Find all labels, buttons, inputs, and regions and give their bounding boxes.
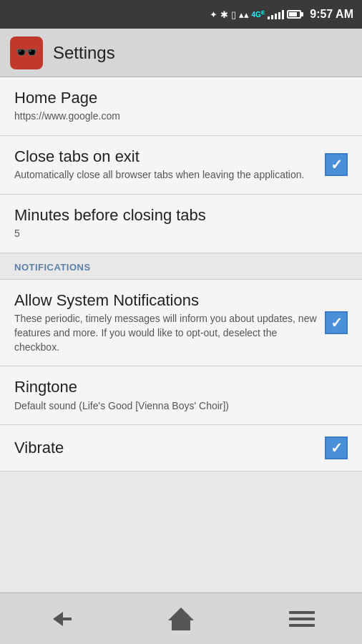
- home-button[interactable]: [160, 603, 202, 635]
- setting-allow-notifications[interactable]: Allow System Notifications These periodi…: [0, 280, 362, 366]
- allow-notifications-checkbox[interactable]: ✓: [325, 311, 348, 334]
- menu-button[interactable]: [280, 603, 323, 635]
- menu-line-1: [289, 611, 315, 614]
- menu-line-3: [289, 624, 315, 627]
- setting-close-tabs-title: Close tabs on exit: [14, 147, 318, 166]
- app-icon-image: 🕶️: [15, 42, 38, 64]
- network-icon: 4GE: [252, 9, 265, 19]
- notifications-header-text: NOTIFICATIONS: [14, 262, 91, 273]
- app-header: 🕶️ Settings: [0, 29, 362, 77]
- setting-allow-notifications-title: Allow System Notifications: [14, 291, 318, 310]
- vibrate-checkmark: ✓: [331, 441, 343, 455]
- setting-vibrate-title: Vibrate: [14, 439, 318, 457]
- notifications-section-header: NOTIFICATIONS: [0, 253, 362, 280]
- setting-minutes-tabs-text: Minutes before closing tabs 5: [14, 206, 348, 241]
- setting-minutes-tabs[interactable]: Minutes before closing tabs 5: [0, 195, 362, 253]
- setting-allow-notifications-text: Allow System Notifications These periodi…: [14, 291, 325, 354]
- bottom-nav: [0, 592, 362, 644]
- setting-close-tabs-text: Close tabs on exit Automatically close a…: [14, 147, 325, 182]
- wifi-icon: ▴▴: [239, 9, 249, 20]
- setting-allow-notifications-subtitle: These periodic, timely messages will inf…: [14, 312, 318, 354]
- settings-content: Home Page https://www.google.com Close t…: [0, 77, 362, 472]
- setting-ringtone-text: Ringtone Default sound (Life's Good [Vie…: [14, 378, 348, 413]
- setting-home-page-title: Home Page: [14, 89, 341, 107]
- setting-close-tabs[interactable]: Close tabs on exit Automatically close a…: [0, 136, 362, 195]
- setting-minutes-tabs-title: Minutes before closing tabs: [14, 206, 341, 225]
- vibrate-checkbox[interactable]: ✓: [325, 436, 348, 459]
- setting-vibrate-text: Vibrate: [14, 439, 325, 457]
- setting-home-page-text: Home Page https://www.google.com: [14, 89, 348, 124]
- setting-close-tabs-subtitle: Automatically close all browser tabs whe…: [14, 168, 318, 182]
- bluetooth-icon: ✱: [220, 9, 228, 20]
- status-bar: ✦ ✱ ▯ ▴▴ 4GE 9:57 AM: [0, 0, 362, 29]
- setting-vibrate[interactable]: Vibrate ✓: [0, 425, 362, 472]
- status-icons: ✦ ✱ ▯ ▴▴ 4GE 9:57 AM: [210, 8, 353, 21]
- menu-icon: [289, 611, 315, 627]
- app-title: Settings: [53, 43, 115, 63]
- back-button[interactable]: [39, 603, 82, 635]
- app-icon: 🕶️: [10, 36, 43, 69]
- sim-icon: ▯: [231, 9, 236, 20]
- setting-ringtone-title: Ringtone: [14, 378, 341, 396]
- setting-ringtone-subtitle: Default sound (Life's Good [Vienna Boys'…: [14, 399, 341, 414]
- close-tabs-checkmark: ✓: [331, 157, 343, 172]
- signal-icon: [268, 9, 284, 19]
- setting-home-page[interactable]: Home Page https://www.google.com: [0, 77, 362, 136]
- menu-line-2: [289, 618, 315, 620]
- status-time: 9:57 AM: [310, 8, 353, 21]
- setting-home-page-subtitle: https://www.google.com: [14, 109, 341, 124]
- battery-icon: [287, 10, 301, 19]
- compass-icon: ✦: [210, 9, 217, 20]
- setting-minutes-tabs-subtitle: 5: [14, 227, 341, 241]
- back-arrow-icon: [47, 610, 73, 628]
- setting-ringtone[interactable]: Ringtone Default sound (Life's Good [Vie…: [0, 366, 362, 425]
- home-icon: [168, 608, 194, 630]
- allow-notifications-checkmark: ✓: [331, 316, 343, 330]
- close-tabs-checkbox[interactable]: ✓: [325, 153, 348, 176]
